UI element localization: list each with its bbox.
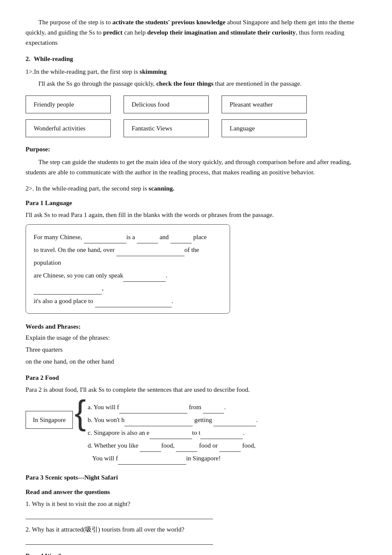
- words-phrases-desc: Explain the usage of the phrases:: [26, 332, 366, 343]
- para3-title1: Para 3 Scenic spots---Night Safari: [26, 472, 366, 483]
- blank-c1[interactable]: [150, 432, 192, 439]
- brace-container: { a. You will f from . b. You won't h ge…: [75, 399, 258, 465]
- step2-prefix: 2>. In the while-reading part, the secon…: [26, 185, 149, 192]
- blank-3[interactable]: [170, 237, 192, 243]
- step1-prefix: 1>.In the while-reading part, the first …: [26, 68, 140, 75]
- para3-q1: 1. Why is it best to visit the zoo at ni…: [26, 499, 366, 509]
- fill-line2a: to travel. On the one hand, over: [34, 246, 116, 253]
- purpose-text: The step can guide the students to get t…: [26, 157, 366, 177]
- fill-line1c: and: [158, 234, 170, 240]
- blank-7[interactable]: [95, 301, 172, 307]
- brace-line-c: c. Singapore is also an eto t.: [88, 426, 258, 439]
- answer-line-2[interactable]: [26, 536, 213, 545]
- blank-a2[interactable]: [203, 407, 224, 413]
- step1-bold2: check the four things: [156, 80, 213, 87]
- box-pleasant-weather: Pleasant weather: [222, 95, 307, 113]
- para3-q2: 2. Why has it attracted(吸引) tourists fro…: [26, 524, 366, 535]
- brace-line-a: a. You will f from .: [88, 401, 258, 413]
- blank-2[interactable]: [137, 237, 158, 243]
- blank-e1[interactable]: [118, 458, 186, 465]
- step1-text: 1>.In the while-reading part, the first …: [26, 66, 366, 77]
- brace-line-b: b. You won't h getting .: [88, 413, 258, 426]
- purpose-block: Purpose: The step can guide the students…: [26, 144, 366, 177]
- section-number: 2.: [26, 54, 30, 64]
- bold-predict: predict: [103, 29, 123, 36]
- fill-line4a: it's also a good place to: [34, 298, 95, 304]
- brace-line-d: d. Whether you like food, food or food,: [88, 439, 258, 452]
- step1-instruction: I'll ask the Ss go through the passage q…: [38, 78, 366, 89]
- section-title: 2. While-reading: [26, 54, 366, 64]
- box-delicious-food: Delicious food: [124, 95, 209, 113]
- answer-line-1[interactable]: [26, 511, 213, 519]
- fill-line1a: For many Chinese,: [34, 234, 84, 240]
- section-title-text: While-reading: [34, 54, 73, 64]
- fill-in-box: For many Chinese, is a and place to trav…: [26, 224, 230, 314]
- para2-title: Para 2 Food: [26, 373, 366, 383]
- step1-bold: skimming: [140, 68, 167, 75]
- bold-activate: activate the students' previous knowledg…: [112, 19, 226, 26]
- step2-bold: scanning.: [149, 185, 174, 192]
- blank-d2[interactable]: [176, 445, 197, 452]
- fill-line3b: .: [166, 272, 167, 279]
- box-wonderful-activities: Wonderful activities: [26, 119, 111, 137]
- brace-lines-list: a. You will f from . b. You won't h gett…: [88, 399, 258, 465]
- blank-a1[interactable]: [119, 407, 187, 413]
- six-boxes-grid: Friendly people Delicious food Pleasant …: [26, 95, 307, 137]
- blank-b2[interactable]: [213, 419, 256, 426]
- blank-4[interactable]: [116, 249, 184, 256]
- left-brace-icon: {: [75, 396, 86, 430]
- words-item2: on the one hand, on the other hand: [26, 356, 366, 367]
- blank-b1[interactable]: [124, 419, 193, 426]
- in-singapore-label: In Singapore: [33, 415, 66, 425]
- bold-develop: develop their imagination and stimulate …: [147, 29, 296, 36]
- box-fantastic-views: Fantastic Views: [124, 119, 209, 137]
- step2-text: 2>. In the while-reading part, the secon…: [26, 183, 366, 194]
- box-language: Language: [222, 119, 307, 137]
- blank-d1[interactable]: [140, 445, 161, 452]
- fill-line1d: place: [192, 234, 207, 240]
- section-while-reading: 2. While-reading 1>.In the while-reading…: [26, 54, 366, 555]
- fill-line3c: ,: [102, 285, 104, 292]
- fill-period: .: [172, 298, 173, 304]
- blank-5[interactable]: [123, 275, 166, 282]
- fill-line1b: is a: [127, 234, 137, 240]
- words-phrases-title: Words and Phrases:: [26, 321, 366, 332]
- box-friendly-people: Friendly people: [26, 95, 111, 113]
- purpose-title: Purpose:: [26, 144, 366, 154]
- blank-1[interactable]: [84, 237, 127, 243]
- blank-c2[interactable]: [200, 432, 243, 439]
- intro-text: The purpose of the step is to activate t…: [26, 17, 366, 48]
- step1-inst-b: that are mentioned in the passage.: [213, 80, 302, 87]
- step1-inst-a: I'll ask the Ss go through the passage q…: [38, 80, 156, 87]
- blank-6[interactable]: [34, 288, 102, 295]
- para4-title: Para 4 Weather: [26, 551, 366, 555]
- in-singapore-box: In Singapore: [26, 411, 73, 429]
- words-item1: Three quarters: [26, 344, 366, 355]
- fill-line3a: are Chinese, so you can only speak: [34, 272, 123, 279]
- intro-paragraph: The purpose of the step is to activate t…: [26, 17, 366, 48]
- para1-lang-desc: I'll ask Ss to read Para 1 again, then f…: [26, 210, 366, 220]
- brace-line-e: You will fin Singapore!: [88, 452, 258, 465]
- blank-d3[interactable]: [219, 445, 241, 452]
- para1-lang-title: Para 1 Language: [26, 198, 366, 208]
- in-singapore-block: In Singapore { a. You will f from . b. Y…: [26, 399, 366, 465]
- para3-title2: Read and answer the questions: [26, 487, 366, 497]
